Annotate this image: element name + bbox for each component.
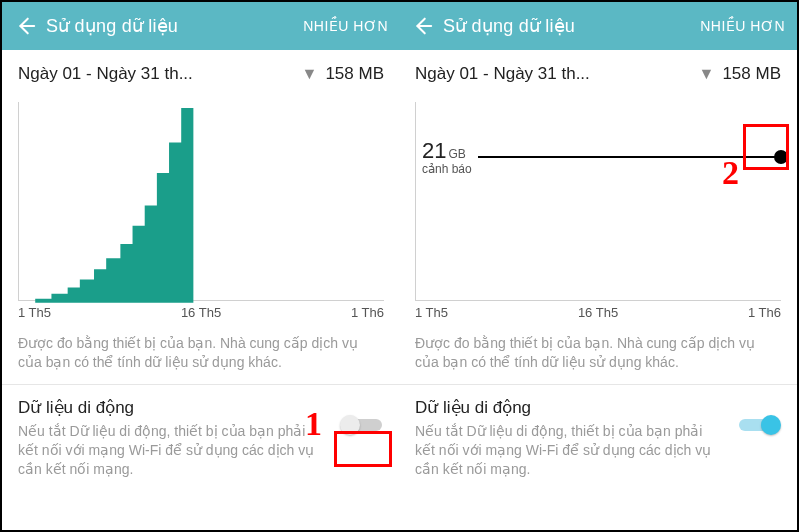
total-usage: 158 MB xyxy=(722,64,781,84)
x-tick: 1 Th6 xyxy=(748,305,781,320)
threshold-label: 21GB cảnh báo xyxy=(422,138,472,176)
x-tick: 16 Th5 xyxy=(578,305,618,320)
annotation-box-1 xyxy=(334,431,392,467)
mobile-data-desc: Nếu tắt Dữ liệu di động, thiết bị của bạ… xyxy=(415,422,725,479)
annotation-label-1: 1 xyxy=(305,405,322,443)
measurement-note: Được đo bằng thiết bị của bạn. Nhà cung … xyxy=(2,320,400,384)
x-tick: 1 Th6 xyxy=(351,305,384,320)
chevron-down-icon: ▼ xyxy=(302,65,318,83)
threshold-sub: cảnh báo xyxy=(422,162,472,176)
chart-x-axis: 1 Th5 16 Th5 1 Th6 xyxy=(18,305,384,320)
x-tick: 16 Th5 xyxy=(181,305,221,320)
app-header: Sử dụng dữ liệu NHIỀU HƠN xyxy=(400,2,797,50)
measurement-note: Được đo bằng thiết bị của bạn. Nhà cung … xyxy=(400,320,797,384)
mobile-data-toggle[interactable] xyxy=(737,413,781,437)
x-tick: 1 Th5 xyxy=(415,305,448,320)
date-range-label: Ngày 01 - Ngày 31 th... xyxy=(18,64,296,84)
date-range-row[interactable]: Ngày 01 - Ngày 31 th... ▼ 158 MB xyxy=(2,50,400,102)
screen-right: Sử dụng dữ liệu NHIỀU HƠN Ngày 01 - Ngày… xyxy=(400,2,797,530)
chevron-down-icon: ▼ xyxy=(699,65,715,83)
back-icon[interactable] xyxy=(14,15,36,37)
back-icon[interactable] xyxy=(411,15,433,37)
mobile-data-title: Dữ liệu di động xyxy=(18,397,328,418)
chart-x-axis: 1 Th5 16 Th5 1 Th6 xyxy=(415,305,781,320)
page-title: Sử dụng dữ liệu xyxy=(46,15,293,37)
x-tick: 1 Th5 xyxy=(18,305,51,320)
app-header: Sử dụng dữ liệu NHIỀU HƠN xyxy=(2,2,400,50)
mobile-data-section: Dữ liệu di động Nếu tắt Dữ liệu di động,… xyxy=(400,385,797,489)
screen-left: Sử dụng dữ liệu NHIỀU HƠN Ngày 01 - Ngày… xyxy=(2,2,400,530)
annotation-label-2: 2 xyxy=(722,154,739,192)
page-title: Sử dụng dữ liệu xyxy=(443,15,690,37)
usage-chart: 21GB cảnh báo xyxy=(415,102,781,301)
svg-marker-1 xyxy=(35,108,193,303)
date-range-row[interactable]: Ngày 01 - Ngày 31 th... ▼ 158 MB xyxy=(400,50,797,102)
threshold-unit: GB xyxy=(448,147,465,161)
date-range-label: Ngày 01 - Ngày 31 th... xyxy=(415,64,693,84)
more-button[interactable]: NHIỀU HƠN xyxy=(303,18,388,34)
threshold-value: 21 xyxy=(422,138,446,163)
mobile-data-title: Dữ liệu di động xyxy=(415,397,725,418)
chart-svg xyxy=(19,102,384,304)
mobile-data-desc: Nếu tắt Dữ liệu di động, thiết bị của bạ… xyxy=(18,422,328,479)
total-usage: 158 MB xyxy=(325,64,384,84)
usage-chart xyxy=(18,102,384,301)
annotation-box-2 xyxy=(743,124,789,170)
more-button[interactable]: NHIỀU HƠN xyxy=(700,18,785,34)
